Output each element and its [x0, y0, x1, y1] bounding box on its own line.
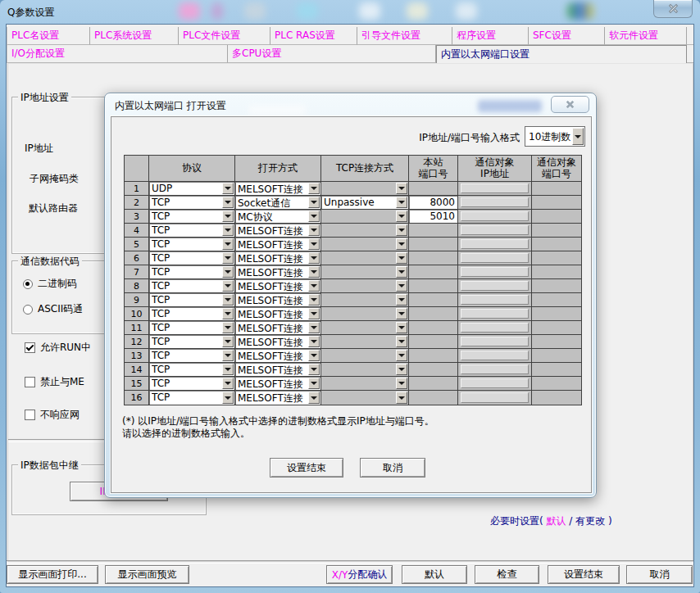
open-method-select[interactable]: MELSOFT连接 [235, 377, 321, 391]
tcp-connection-select[interactable] [321, 377, 409, 391]
chevron-down-icon[interactable] [308, 266, 320, 278]
open-method-select[interactable]: MELSOFT连接 [235, 321, 321, 335]
cancel-button[interactable]: 取消 [626, 565, 693, 584]
dialog-finish-button[interactable]: 设置结束 [270, 458, 343, 478]
chevron-down-icon[interactable] [308, 210, 320, 222]
chevron-down-icon[interactable] [222, 322, 234, 333]
protocol-select[interactable]: TCP [149, 238, 235, 251]
tab-plc-name[interactable]: PLC名设置 [7, 27, 90, 45]
window-close-button[interactable] [653, 0, 693, 18]
open-method-select[interactable]: MELSOFT连接 [235, 293, 321, 307]
row-number-cell[interactable]: 4 [125, 224, 149, 238]
tcp-connection-select[interactable] [321, 279, 409, 293]
print-preview-button[interactable]: 显示画面预览 [105, 565, 189, 584]
chevron-down-icon[interactable] [222, 252, 234, 264]
protocol-select[interactable]: TCP [149, 293, 235, 307]
tcp-connection-select[interactable] [321, 307, 409, 321]
chevron-down-icon[interactable] [222, 294, 234, 306]
open-method-select[interactable]: MELSOFT连接 [235, 182, 321, 196]
chevron-down-icon[interactable] [308, 183, 320, 194]
protocol-select[interactable]: TCP [149, 279, 235, 293]
chevron-down-icon[interactable] [222, 183, 234, 194]
chevron-down-icon[interactable] [222, 308, 234, 319]
protocol-select[interactable]: TCP [149, 377, 235, 391]
chevron-down-icon[interactable] [308, 336, 320, 347]
chevron-down-icon[interactable] [396, 280, 407, 292]
protocol-select[interactable]: TCP [149, 265, 235, 279]
row-number-cell[interactable]: 14 [125, 363, 149, 377]
chevron-down-icon[interactable] [308, 252, 320, 264]
chevron-down-icon[interactable] [222, 378, 234, 389]
chevron-down-icon[interactable] [396, 392, 407, 404]
protocol-select[interactable]: TCP [149, 321, 235, 335]
open-method-select[interactable]: MC协议 [235, 210, 321, 224]
tab-builtin-ethernet[interactable]: 内置以太网端口设置 [436, 45, 687, 63]
host-port-cell[interactable]: 8000 [409, 196, 458, 210]
tab-plc-system[interactable]: PLC系统设置 [90, 27, 179, 45]
open-method-select[interactable]: MELSOFT连接 [235, 307, 321, 321]
protocol-select[interactable]: UDP [149, 182, 235, 196]
tcp-connection-select[interactable] [321, 210, 409, 224]
chevron-down-icon[interactable] [396, 350, 407, 361]
dialog-close-button[interactable] [551, 96, 589, 113]
open-method-select[interactable]: MELSOFT连接 [235, 363, 321, 377]
chevron-down-icon[interactable] [222, 197, 234, 208]
row-number-cell[interactable]: 2 [125, 196, 149, 210]
tab-plc-file[interactable]: PLC文件设置 [179, 27, 270, 45]
window-titlebar[interactable]: Q参数设置 [0, 0, 700, 25]
open-method-select[interactable]: MELSOFT连接 [235, 224, 321, 238]
chevron-down-icon[interactable] [396, 378, 407, 389]
open-method-select[interactable]: MELSOFT连接 [235, 251, 321, 265]
chevron-down-icon[interactable] [396, 252, 407, 264]
protocol-select[interactable]: TCP [149, 224, 235, 238]
chevron-down-icon[interactable] [222, 266, 234, 278]
open-method-select[interactable]: MELSOFT连接 [235, 279, 321, 293]
tcp-connection-select[interactable] [321, 182, 409, 196]
open-method-select[interactable]: MELSOFT连接 [235, 349, 321, 363]
open-method-select[interactable]: Socket通信 [235, 196, 321, 210]
dialog-cancel-button[interactable]: 取消 [360, 458, 425, 478]
chevron-down-icon[interactable] [396, 210, 407, 222]
default-button[interactable]: 默认 [402, 565, 467, 584]
ascii-code-radio[interactable]: ASCII码通 [23, 302, 83, 316]
tcp-connection-select[interactable] [321, 321, 409, 335]
open-method-select[interactable]: MELSOFT连接 [235, 238, 321, 251]
tcp-connection-select[interactable] [321, 363, 409, 377]
protocol-select[interactable]: TCP [149, 210, 235, 224]
allow-run-write-checkbox[interactable]: 允许RUN中 [25, 341, 91, 355]
tcp-connection-select[interactable] [321, 293, 409, 307]
protocol-select[interactable]: TCP [149, 251, 235, 265]
tab-multi-cpu[interactable]: 多CPU设置 [228, 45, 436, 63]
chevron-down-icon[interactable] [308, 224, 320, 236]
chevron-down-icon[interactable] [308, 378, 320, 389]
chevron-down-icon[interactable] [396, 336, 407, 347]
chevron-down-icon[interactable] [308, 364, 320, 375]
chevron-down-icon[interactable] [308, 238, 320, 250]
tcp-connection-select[interactable] [321, 335, 409, 349]
finish-setting-button[interactable]: 设置结束 [548, 565, 620, 584]
chevron-down-icon[interactable] [572, 128, 584, 145]
input-format-select[interactable]: 10进制数 [525, 126, 585, 147]
chevron-down-icon[interactable] [396, 238, 407, 250]
protocol-select[interactable]: TCP [149, 335, 235, 349]
chevron-down-icon[interactable] [222, 350, 234, 361]
tab-plc-ras[interactable]: PLC RAS设置 [270, 27, 357, 45]
protocol-select[interactable]: TCP [149, 349, 235, 363]
protocol-select[interactable]: TCP [149, 196, 235, 210]
tab-boot-file[interactable]: 引导文件设置 [357, 27, 452, 45]
chevron-down-icon[interactable] [308, 280, 320, 292]
tab-io-assignment[interactable]: I/O分配设置 [7, 45, 228, 63]
chevron-down-icon[interactable] [396, 266, 407, 278]
row-number-cell[interactable]: 5 [125, 238, 149, 251]
tcp-connection-select[interactable] [321, 238, 409, 251]
tab-program[interactable]: 程序设置 [452, 27, 529, 45]
chevron-down-icon[interactable] [396, 224, 407, 236]
open-method-select[interactable]: MELSOFT连接 [235, 335, 321, 349]
tcp-connection-select[interactable]: Unpassive [321, 196, 409, 210]
tcp-connection-select[interactable] [321, 224, 409, 238]
row-number-cell[interactable]: 1 [125, 182, 149, 196]
row-number-cell[interactable]: 6 [125, 251, 149, 265]
chevron-down-icon[interactable] [308, 350, 320, 361]
row-number-cell[interactable]: 3 [125, 210, 149, 224]
chevron-down-icon[interactable] [222, 364, 234, 375]
